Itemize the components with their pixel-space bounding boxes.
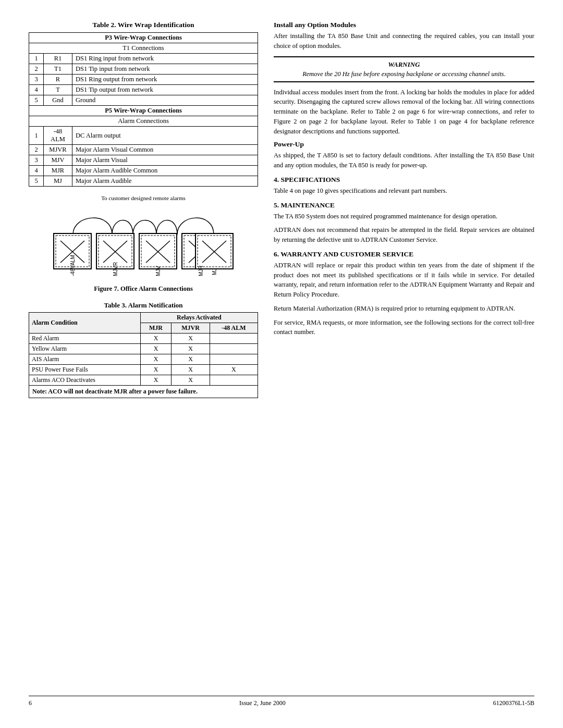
table3: Alarm Condition Relays Activated MJR MJV… bbox=[29, 312, 258, 398]
p3-row-1: 1 R1 DS1 Ring input from network bbox=[29, 54, 258, 64]
maint-p1: The TA 850 System does not required prog… bbox=[274, 212, 534, 221]
p5-subheader-row: Alarm Connections bbox=[29, 116, 258, 127]
alarm-row-ais: AIS Alarm X X bbox=[29, 354, 258, 365]
spec-title: 4. SPECIFICATIONS bbox=[274, 176, 534, 184]
page: Table 2. Wire Wrap Identification P3 Wir… bbox=[0, 0, 563, 728]
table2: P3 Wire-Wrap Connections T1 Connections … bbox=[29, 32, 258, 187]
p5-row-3: 3 MJV Major Alarm Visual bbox=[29, 155, 258, 166]
alarm-row-red: Red Alarm X X bbox=[29, 334, 258, 344]
p5-subheader: Alarm Connections bbox=[29, 116, 258, 127]
alarm-row-aco: Alarms ACO Deactivates X X bbox=[29, 375, 258, 386]
maint-title: 5. MAINTENANCE bbox=[274, 201, 534, 209]
alarm-diagram-svg: -48VALM MJVR MJV MJR MJ bbox=[44, 203, 242, 279]
p3-header-row: P3 Wire-Wrap Connections bbox=[29, 33, 258, 43]
48alm-header: -48 ALM bbox=[210, 323, 258, 334]
svg-text:MJV: MJV bbox=[155, 266, 161, 276]
p5-row-4: 4 MJR Major Alarm Audible Common bbox=[29, 166, 258, 176]
footer-doc-num: 61200376L1-5B bbox=[493, 699, 534, 707]
p3-row-2: 2 T1 DS1 Tip input from network bbox=[29, 64, 258, 75]
warranty-p1: ADTRAN will replace or repair this produ… bbox=[274, 261, 534, 300]
powerup-title: Power-Up bbox=[274, 140, 534, 149]
page-footer: 6 Issue 2, June 2000 61200376L1-5B bbox=[29, 696, 534, 707]
p3-subheader-row: T1 Connections bbox=[29, 43, 258, 54]
relays-activated-header: Relays Activated bbox=[140, 313, 258, 323]
warranty-title: 6. WARRANTY AND CUSTOMER SERVICE bbox=[274, 250, 534, 258]
left-column: Table 2. Wire Wrap Identification P3 Wir… bbox=[29, 21, 258, 696]
p5-row-2: 2 MJVR Major Alarm Visual Common bbox=[29, 145, 258, 155]
warning-text: Remove the 20 Hz fuse before exposing ba… bbox=[278, 70, 530, 78]
table3-header: Alarm Condition Relays Activated bbox=[29, 313, 258, 323]
install-p1: After installing the TA 850 Base Unit an… bbox=[274, 31, 534, 51]
install-title: Install any Option Modules bbox=[274, 21, 534, 29]
footer-page-num: 6 bbox=[29, 699, 32, 707]
p5-row-1: 1 -48 ALM DC Alarm output bbox=[29, 127, 258, 145]
footer-issue: Issue 2, June 2000 bbox=[239, 699, 286, 707]
table2-title: Table 2. Wire Wrap Identification bbox=[29, 21, 258, 29]
p3-row-5: 5 Gnd Ground bbox=[29, 95, 258, 106]
figure-caption: Figure 7. Office Alarm Connections bbox=[29, 285, 258, 293]
right-column: Install any Option Modules After install… bbox=[274, 21, 534, 696]
p3-row-4: 4 T DS1 Tip output from network bbox=[29, 85, 258, 95]
spec-text: Table 4 on page 10 gives specifications … bbox=[274, 186, 534, 196]
warning-box: WARNING Remove the 20 Hz fuse before exp… bbox=[274, 56, 534, 82]
main-content: Table 2. Wire Wrap Identification P3 Wir… bbox=[29, 21, 534, 696]
p3-row-3: 3 R DS1 Ring output from network bbox=[29, 75, 258, 85]
warning-title: WARNING bbox=[278, 60, 530, 69]
svg-text:MJ: MJ bbox=[212, 268, 217, 275]
warranty-p3: For service, RMA requests, or more infor… bbox=[274, 318, 534, 338]
mjr-header: MJR bbox=[140, 323, 171, 334]
diagram-top-label: To customer designed remote alarms bbox=[29, 195, 258, 201]
maint-p2: ADTRAN does not recommend that repairs b… bbox=[274, 225, 534, 245]
p5-header-row: P5 Wire-Wrap Connections bbox=[29, 106, 258, 116]
warranty-p2: Return Material Authorization (RMA) is r… bbox=[274, 304, 534, 314]
p3-header: P3 Wire-Wrap Connections bbox=[29, 33, 258, 43]
svg-text:MJVR: MJVR bbox=[113, 262, 118, 276]
mjvr-header: MJVR bbox=[172, 323, 210, 334]
p5-row-5: 5 MJ Major Alarm Audible bbox=[29, 176, 258, 187]
table3-title: Table 3. Alarm Notification bbox=[29, 301, 258, 310]
table3-note: Note: ACO will not deactivate MJR after … bbox=[29, 386, 258, 398]
install-p2: Individual access modules insert from th… bbox=[274, 88, 534, 137]
alarm-diagram: To customer designed remote alarms bbox=[29, 195, 258, 293]
alarm-row-psu: PSU Power Fuse Fails X X X bbox=[29, 365, 258, 375]
alarm-condition-header: Alarm Condition bbox=[29, 313, 141, 334]
p3-subheader: T1 Connections bbox=[29, 43, 258, 54]
alarm-row-yellow: Yellow Alarm X X bbox=[29, 344, 258, 354]
p5-header: P5 Wire-Wrap Connections bbox=[29, 106, 258, 116]
powerup-text: As shipped, the T A850 is set to factory… bbox=[274, 151, 534, 170]
table3-note-row: Note: ACO will not deactivate MJR after … bbox=[29, 386, 258, 398]
svg-text:MJR: MJR bbox=[198, 265, 204, 276]
svg-text:-48VALM: -48VALM bbox=[70, 255, 76, 276]
